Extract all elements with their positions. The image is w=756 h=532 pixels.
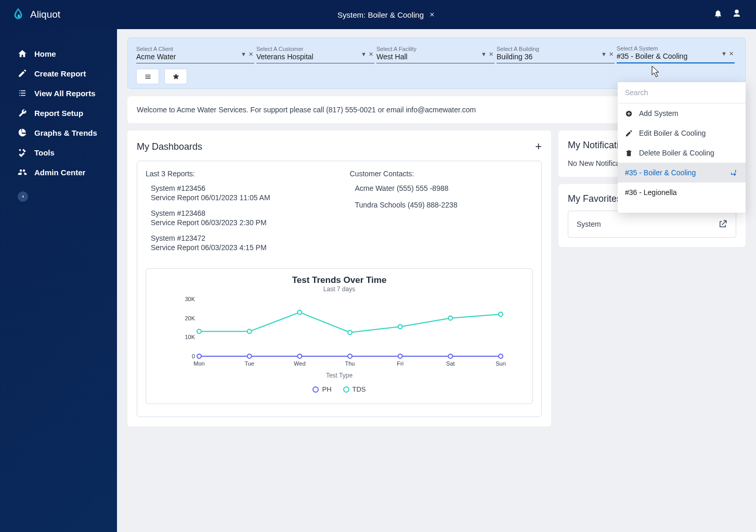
nav-label: Tools: [34, 148, 55, 157]
chevron-down-icon[interactable]: ▼: [241, 51, 246, 57]
dropdown-option[interactable]: #36 - Legionella: [618, 183, 746, 202]
clear-icon[interactable]: ✕: [729, 50, 734, 57]
chevron-left-icon: [20, 194, 25, 199]
wrench-icon: [18, 108, 27, 118]
data-point: [499, 312, 503, 316]
nav-label: Create Report: [34, 69, 86, 78]
filter-select-a-facility[interactable]: Select A FacilityWest Hall▼✕: [376, 45, 494, 63]
sidebar: Home Create Report View All Reports Repo…: [0, 29, 117, 532]
clear-icon[interactable]: ✕: [369, 50, 373, 57]
y-tick-label: 10K: [185, 334, 195, 340]
nav-view-reports[interactable]: View All Reports: [0, 83, 117, 103]
filter-select-a-customer[interactable]: Select A CustomerVeterans Hospital▼✕: [256, 45, 374, 63]
pie-icon: [18, 128, 27, 137]
data-point: [348, 330, 352, 334]
favorite-label: System: [577, 220, 601, 228]
nav-label: Home: [34, 49, 56, 58]
chevron-down-icon[interactable]: ▼: [601, 51, 607, 57]
data-point: [297, 354, 302, 358]
dropdown-add-label: Add System: [639, 109, 678, 118]
list-icon: [18, 88, 27, 98]
data-point: [197, 329, 201, 333]
legend-marker: [343, 386, 349, 393]
x-tick-label: Tue: [244, 360, 254, 367]
dropdown-search-input[interactable]: [618, 82, 746, 103]
clear-icon[interactable]: ✕: [249, 50, 253, 57]
data-point: [448, 354, 452, 358]
pencil-icon: [625, 129, 633, 137]
data-point: [197, 354, 201, 358]
dropdown-edit-system[interactable]: Edit Boiler & Cooling: [618, 123, 746, 143]
filter-select-a-building[interactable]: Select A BuildingBuilding 36▼✕: [497, 45, 615, 63]
nav-tools[interactable]: Tools: [0, 142, 117, 162]
data-point: [247, 329, 251, 333]
sidebar-collapse-button[interactable]: [18, 191, 28, 202]
list-icon: [144, 73, 152, 81]
legend-label: TDS: [353, 385, 366, 393]
welcome-text: Welcome to Acme Water Services. For supp…: [137, 106, 476, 114]
favorite-button[interactable]: [164, 69, 187, 84]
filter-label: Select A System: [617, 45, 735, 51]
chart-title: Test Trends Over Time: [154, 275, 524, 286]
nav-label: Graphs & Trends: [34, 128, 97, 137]
list-view-button[interactable]: [136, 69, 159, 84]
dashboards-title: My Dashboards: [137, 141, 202, 152]
dashboards-card: My Dashboards + Last 3 Reports: System #…: [127, 131, 551, 426]
nav-graphs[interactable]: Graphs & Trends: [0, 123, 117, 142]
dropdown-delete-label: Delete Boiler & Cooling: [639, 149, 714, 157]
x-tick-label: Sat: [446, 360, 455, 367]
topbar: Aliquot System: Boiler & Cooling: [0, 0, 756, 29]
dropdown-add-system[interactable]: Add System: [618, 103, 746, 123]
filter-select-a-client[interactable]: Select A ClientAcme Water▼✕: [136, 45, 254, 63]
legend-item[interactable]: PH: [312, 385, 331, 393]
nav-label: View All Reports: [34, 89, 96, 98]
y-tick-label: 20K: [185, 315, 195, 321]
chevron-down-icon[interactable]: ▼: [481, 51, 487, 57]
bell-icon[interactable]: [713, 9, 723, 20]
chevron-down-icon[interactable]: ▼: [361, 51, 367, 57]
system-dropdown: Add System Edit Boiler & Cooling Delete …: [618, 82, 746, 213]
clear-icon[interactable]: ✕: [609, 50, 614, 57]
plus-circle-icon: [625, 110, 633, 118]
data-point: [348, 354, 352, 358]
option-label: #36 - Legionella: [625, 188, 677, 197]
filter-label: Select A Facility: [376, 46, 494, 52]
filter-value: Veterans Hospital: [256, 53, 374, 61]
filter-select-a-system[interactable]: Select A System#35 - Boiler & Cooling▼✕: [617, 44, 735, 63]
header-close-button[interactable]: [428, 9, 436, 20]
favorite-item[interactable]: System: [568, 211, 736, 238]
report-system: System #123472: [151, 234, 329, 242]
user-icon[interactable]: [732, 9, 741, 20]
chart-subtitle: Last 7 days: [154, 286, 524, 293]
clear-icon[interactable]: ✕: [489, 50, 493, 57]
dropdown-delete-system[interactable]: Delete Boiler & Cooling: [618, 143, 746, 163]
dropdown-option[interactable]: #35 - Boiler & Cooling: [618, 163, 746, 183]
legend-label: PH: [322, 385, 331, 393]
report-item[interactable]: System #123472Service Report 06/03/2023 …: [151, 234, 329, 252]
nav-home[interactable]: Home: [0, 44, 117, 63]
report-system: System #123468: [151, 209, 329, 217]
open-external-icon: [718, 219, 727, 229]
report-item[interactable]: System #123456Service Report 06/01/2023 …: [151, 184, 329, 202]
nav-create-report[interactable]: Create Report: [0, 63, 117, 83]
data-point: [499, 354, 503, 358]
nav-admin[interactable]: Admin Center: [0, 162, 117, 182]
report-system: System #123456: [151, 184, 329, 192]
nav-label: Report Setup: [34, 109, 83, 118]
x-tick-label: Fri: [397, 360, 403, 367]
series-line: [199, 313, 501, 333]
contact-item: Acme Water (555) 555 -8988: [355, 184, 533, 192]
chart-plot: 010K20K30KMonTueWedThuFriSatSun: [173, 296, 506, 369]
brand[interactable]: Aliquot: [0, 7, 60, 22]
report-item[interactable]: System #123468Service Report 06/03/2023 …: [151, 209, 329, 227]
header-system-label: System: Boiler & Cooling: [337, 10, 424, 19]
legend-item[interactable]: TDS: [343, 385, 366, 393]
nav-label: Admin Center: [34, 168, 85, 177]
data-point: [247, 354, 251, 358]
add-dashboard-button[interactable]: +: [535, 140, 542, 153]
nav-report-setup[interactable]: Report Setup: [0, 103, 117, 123]
x-tick-label: Mon: [193, 360, 204, 367]
chevron-down-icon[interactable]: ▼: [721, 50, 727, 57]
filter-value: #35 - Boiler & Cooling: [617, 52, 735, 60]
home-icon: [18, 49, 27, 58]
